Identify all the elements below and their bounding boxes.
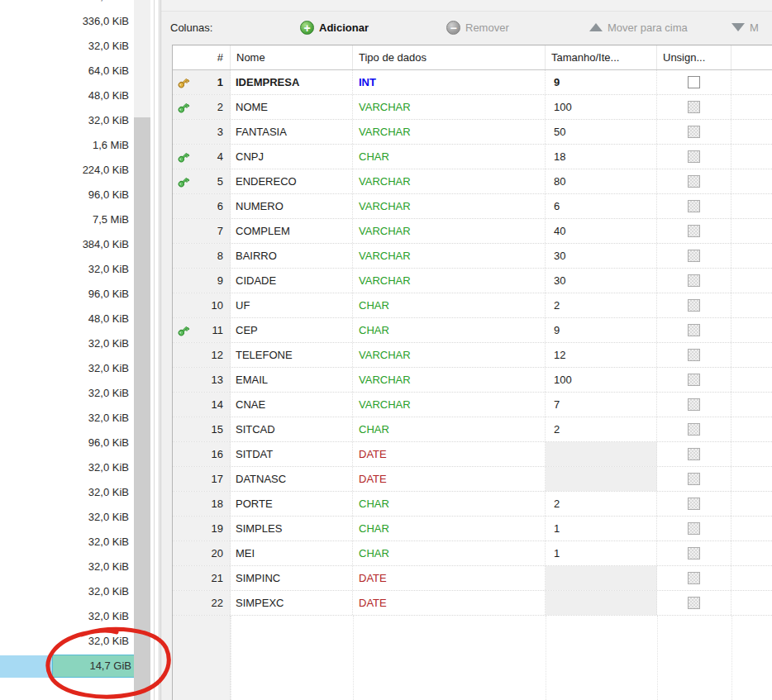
data-type-cell[interactable]: CHAR bbox=[353, 517, 546, 540]
length-cell[interactable]: 100 bbox=[546, 368, 657, 392]
table-size-item[interactable]: 32,0 KiB bbox=[0, 406, 132, 431]
data-type-cell[interactable]: VARCHAR bbox=[353, 244, 546, 268]
length-cell[interactable]: 30 bbox=[546, 244, 657, 268]
row-number-cell[interactable]: 19 bbox=[173, 517, 231, 540]
data-type-cell[interactable]: DATE bbox=[353, 591, 546, 615]
row-number-cell[interactable]: 11 bbox=[173, 318, 231, 342]
column-header[interactable]: Tamanho/Ite... bbox=[546, 45, 657, 69]
column-row[interactable]: 18PORTECHAR2 bbox=[173, 492, 772, 517]
data-type-cell[interactable]: VARCHAR bbox=[353, 194, 546, 218]
unsigned-checkbox[interactable] bbox=[688, 76, 700, 88]
table-size-item[interactable]: 32,0 KiB bbox=[0, 257, 132, 282]
length-cell[interactable]: 18 bbox=[546, 145, 657, 169]
add-column-button[interactable]: +Adicionar bbox=[300, 12, 369, 43]
data-type-cell[interactable]: VARCHAR bbox=[353, 368, 546, 392]
column-row[interactable]: 11CEPCHAR9 bbox=[173, 318, 772, 343]
table-size-item[interactable]: 96,0 KiB bbox=[0, 183, 132, 207]
row-number-cell[interactable]: 21 bbox=[173, 566, 231, 590]
length-cell[interactable]: 1 bbox=[546, 541, 657, 565]
data-type-cell[interactable]: VARCHAR bbox=[353, 393, 546, 417]
row-number-cell[interactable]: 10 bbox=[173, 293, 231, 317]
column-row[interactable]: 13EMAILVARCHAR100 bbox=[173, 368, 772, 393]
column-name-cell[interactable]: CEP bbox=[231, 318, 353, 342]
column-row[interactable]: 1IDEMPRESAINT9 bbox=[173, 70, 772, 95]
data-type-cell[interactable]: CHAR bbox=[353, 492, 546, 516]
row-number-cell[interactable]: 20 bbox=[173, 541, 231, 565]
length-cell[interactable]: 30 bbox=[546, 269, 657, 293]
data-type-cell[interactable]: VARCHAR bbox=[353, 219, 546, 243]
row-number-cell[interactable]: 17 bbox=[173, 467, 231, 491]
row-number-cell[interactable]: 1 bbox=[173, 70, 231, 94]
data-type-cell[interactable]: VARCHAR bbox=[353, 120, 546, 144]
table-size-item[interactable]: 32,0 KiB bbox=[0, 381, 132, 406]
column-name-cell[interactable]: COMPLEM bbox=[231, 219, 353, 243]
panel-splitter[interactable] bbox=[150, 0, 160, 700]
column-name-cell[interactable]: MEI bbox=[231, 541, 353, 565]
column-name-cell[interactable]: TELEFONE bbox=[231, 343, 353, 367]
table-size-item[interactable]: 32,0 KiB bbox=[0, 34, 132, 59]
data-type-cell[interactable]: VARCHAR bbox=[353, 343, 546, 367]
column-name-cell[interactable]: CNAE bbox=[231, 393, 353, 417]
column-row[interactable]: 6NUMEROVARCHAR6 bbox=[173, 194, 772, 219]
column-row[interactable]: 3FANTASIAVARCHAR50 bbox=[173, 120, 772, 145]
table-size-item[interactable]: 7,5 MiB bbox=[0, 207, 132, 232]
column-name-cell[interactable]: ENDERECO bbox=[231, 169, 353, 193]
table-size-item[interactable]: 32,0 KiB bbox=[0, 530, 132, 555]
column-header[interactable]: Unsign... bbox=[657, 45, 731, 69]
length-cell[interactable]: 2 bbox=[546, 492, 657, 516]
data-type-cell[interactable]: VARCHAR bbox=[353, 269, 546, 293]
row-number-cell[interactable]: 16 bbox=[173, 442, 231, 466]
column-row[interactable]: 19SIMPLESCHAR1 bbox=[173, 517, 772, 541]
table-size-item[interactable]: 32,0 KiB bbox=[0, 579, 132, 604]
column-name-cell[interactable]: SIMPINC bbox=[231, 566, 353, 590]
column-name-cell[interactable]: PORTE bbox=[231, 492, 353, 516]
length-cell[interactable]: 6 bbox=[546, 194, 657, 218]
table-size-item[interactable]: 32,0 KiB bbox=[0, 480, 132, 505]
data-type-cell[interactable]: VARCHAR bbox=[353, 169, 546, 193]
sidebar-scrollbar[interactable] bbox=[134, 0, 150, 700]
column-name-cell[interactable]: BAIRRO bbox=[231, 244, 353, 268]
table-size-item[interactable]: 14,7 GiB bbox=[0, 654, 132, 679]
length-cell[interactable]: 9 bbox=[546, 70, 657, 94]
table-size-item[interactable]: 336,0 KiB bbox=[0, 9, 132, 34]
data-type-cell[interactable]: INT bbox=[353, 70, 546, 94]
table-size-item[interactable]: 1,6 MiB bbox=[0, 133, 132, 158]
length-cell[interactable] bbox=[546, 566, 657, 590]
table-size-item[interactable]: 32,0 KiB bbox=[0, 555, 132, 579]
length-cell[interactable]: 50 bbox=[546, 120, 657, 144]
length-cell[interactable]: 100 bbox=[546, 95, 657, 119]
column-header[interactable]: Nome bbox=[231, 45, 353, 69]
column-name-cell[interactable]: SIMPEXC bbox=[231, 591, 353, 615]
table-size-item[interactable]: 48,0 KiB bbox=[0, 83, 132, 108]
table-size-item[interactable]: 32,0 KiB bbox=[0, 604, 132, 629]
column-name-cell[interactable]: UF bbox=[231, 293, 353, 317]
table-size-item[interactable]: 32,0 KiB bbox=[0, 108, 132, 133]
row-number-cell[interactable]: 8 bbox=[173, 244, 231, 268]
length-cell[interactable] bbox=[546, 467, 657, 491]
column-name-cell[interactable]: CIDADE bbox=[231, 269, 353, 293]
column-row[interactable]: 22SIMPEXCDATE bbox=[173, 591, 772, 616]
table-size-item[interactable]: 96,0 KiB bbox=[0, 431, 132, 455]
column-row[interactable]: 15SITCADCHAR2 bbox=[173, 417, 772, 442]
data-type-cell[interactable]: DATE bbox=[353, 467, 546, 491]
table-size-item[interactable]: 32,0 KiB bbox=[0, 356, 132, 381]
table-size-item[interactable]: 32,0 KiB bbox=[0, 455, 132, 480]
table-size-item[interactable]: 96,0 KiB bbox=[0, 0, 132, 9]
column-name-cell[interactable]: SITCAD bbox=[231, 417, 353, 441]
row-number-cell[interactable]: 6 bbox=[173, 194, 231, 218]
data-type-cell[interactable]: CHAR bbox=[353, 541, 546, 565]
column-header[interactable]: # bbox=[173, 45, 231, 69]
column-name-cell[interactable]: SITDAT bbox=[231, 442, 353, 466]
column-name-cell[interactable]: EMAIL bbox=[231, 368, 353, 392]
length-cell[interactable]: 12 bbox=[546, 343, 657, 367]
column-header[interactable]: Tipo de dados bbox=[353, 45, 546, 69]
row-number-cell[interactable]: 9 bbox=[173, 269, 231, 293]
length-cell[interactable]: 40 bbox=[546, 219, 657, 243]
column-name-cell[interactable]: NUMERO bbox=[231, 194, 353, 218]
row-number-cell[interactable]: 7 bbox=[173, 219, 231, 243]
row-number-cell[interactable]: 12 bbox=[173, 343, 231, 367]
length-cell[interactable]: 1 bbox=[546, 517, 657, 540]
column-row[interactable]: 14CNAEVARCHAR7 bbox=[173, 393, 772, 417]
column-row[interactable]: 9CIDADEVARCHAR30 bbox=[173, 269, 772, 293]
row-number-cell[interactable]: 3 bbox=[173, 120, 231, 144]
